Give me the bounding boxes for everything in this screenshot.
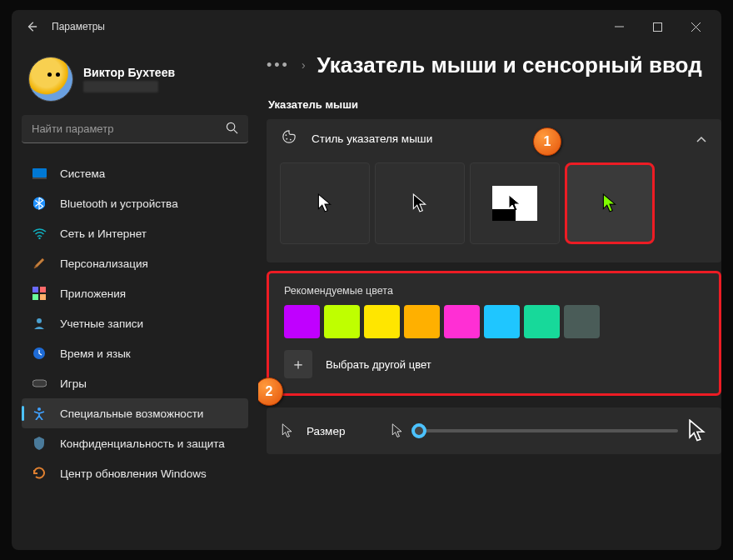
color-swatch[interactable] [364, 305, 400, 338]
svg-rect-6 [32, 287, 38, 292]
pointer-style-title: Стиль указателя мыши [312, 132, 432, 145]
svg-rect-8 [32, 294, 38, 300]
main-content: ••• › Указатель мыши и сенсорный ввод Ук… [258, 43, 721, 550]
accessibility-icon [32, 406, 47, 421]
search-input[interactable] [32, 122, 226, 135]
sidebar-item-accessibility[interactable]: Специальные возможности [22, 398, 248, 428]
sidebar-item-gaming[interactable]: Игры [22, 368, 248, 398]
sidebar: Виктор Бухтеев Система Bluetooth и устро… [12, 43, 258, 550]
sidebar-item-label: Система [60, 168, 105, 180]
svg-rect-0 [653, 22, 661, 31]
sidebar-item-system[interactable]: Система [22, 158, 248, 188]
sidebar-item-accounts[interactable]: Учетные записи [22, 308, 248, 338]
slider-thumb[interactable] [411, 423, 426, 438]
nav-list: Система Bluetooth и устройства Сеть и Ин… [22, 158, 248, 488]
svg-point-16 [290, 139, 292, 141]
breadcrumb: ••• › Указатель мыши и сенсорный ввод [267, 47, 721, 83]
search-box[interactable] [22, 115, 248, 143]
sidebar-item-label: Специальные возможности [60, 408, 203, 420]
color-swatch[interactable] [284, 305, 320, 338]
sidebar-item-label: Персонализация [60, 258, 148, 270]
sidebar-item-personalization[interactable]: Персонализация [22, 248, 248, 278]
color-swatch[interactable] [324, 305, 360, 338]
svg-rect-12 [32, 380, 47, 387]
pointer-style-inverted[interactable] [470, 162, 560, 244]
minimize-icon [615, 22, 624, 32]
svg-point-13 [37, 408, 41, 411]
choose-custom-color[interactable]: ＋ Выбрать другой цвет [284, 350, 704, 378]
close-button[interactable] [676, 13, 715, 40]
pointer-style-card: Стиль указателя мыши [267, 119, 721, 262]
color-swatch[interactable] [564, 305, 600, 338]
brush-icon [32, 256, 47, 271]
sidebar-item-label: Время и язык [60, 348, 131, 360]
sidebar-item-network[interactable]: Сеть и Интернет [22, 218, 248, 248]
custom-color-label: Выбрать другой цвет [326, 358, 431, 371]
pointer-style-header[interactable]: Стиль указателя мыши [267, 119, 721, 158]
window-controls [600, 13, 715, 40]
svg-point-10 [37, 318, 42, 323]
pointer-style-options [267, 158, 721, 262]
sidebar-item-update[interactable]: Центр обновления Windows [22, 458, 248, 488]
apps-icon [32, 286, 47, 301]
sidebar-item-bluetooth[interactable]: Bluetooth и устройства [22, 188, 248, 218]
svg-point-14 [286, 134, 287, 136]
annotation-badge-2: 2 [258, 378, 283, 406]
sidebar-item-label: Приложения [60, 288, 126, 300]
bluetooth-icon [32, 196, 47, 211]
system-icon [32, 166, 47, 181]
recommended-colors-card: Рекомендуемые цвета ＋ Выбрать другой цв [267, 271, 721, 396]
color-swatch[interactable] [404, 305, 440, 338]
sidebar-item-label: Игры [60, 378, 87, 390]
account-icon [32, 316, 47, 331]
wifi-icon [32, 226, 47, 241]
svg-rect-7 [40, 287, 46, 292]
pointer-style-black[interactable] [375, 162, 465, 244]
page-title: Указатель мыши и сенсорный ввод [317, 52, 702, 78]
arrow-left-icon [26, 21, 37, 32]
svg-rect-3 [32, 178, 47, 179]
profile-email [83, 81, 158, 92]
sidebar-item-label: Центр обновления Windows [60, 468, 207, 480]
profile[interactable]: Виктор Бухтеев [22, 53, 248, 115]
sidebar-item-apps[interactable]: Приложения [22, 278, 248, 308]
search-icon [226, 122, 238, 137]
update-icon [32, 466, 47, 481]
pointer-size-row: Размер [267, 408, 721, 454]
annotation-badge-1: 1 [533, 128, 561, 156]
breadcrumb-more[interactable]: ••• [267, 57, 290, 74]
close-icon [691, 22, 701, 32]
svg-point-5 [38, 237, 40, 238]
pointer-style-custom[interactable] [565, 162, 655, 244]
sidebar-item-label: Bluetooth и устройства [60, 198, 178, 210]
size-slider[interactable] [413, 429, 678, 432]
sidebar-item-label: Учетные записи [60, 318, 143, 330]
palette-icon [282, 129, 297, 148]
colors-label: Рекомендуемые цвета [284, 285, 704, 297]
back-button[interactable] [18, 13, 45, 40]
color-swatch[interactable] [444, 305, 480, 338]
sidebar-item-label: Сеть и Интернет [60, 228, 147, 240]
sidebar-item-time[interactable]: Время и язык [22, 338, 248, 368]
sidebar-item-privacy[interactable]: Конфиденциальность и защита [22, 428, 248, 458]
pointer-style-white[interactable] [280, 162, 370, 244]
time-icon [32, 346, 47, 361]
svg-rect-2 [32, 168, 47, 178]
minimize-button[interactable] [600, 13, 638, 40]
cursor-min-icon [391, 423, 403, 438]
svg-point-15 [286, 138, 287, 140]
chevron-up-icon [696, 131, 706, 146]
color-swatch[interactable] [484, 305, 520, 338]
color-swatch[interactable] [524, 305, 560, 338]
maximize-button[interactable] [638, 13, 676, 40]
size-label: Размер [307, 425, 345, 438]
sidebar-item-label: Конфиденциальность и защита [60, 438, 225, 450]
plus-icon: ＋ [284, 350, 312, 378]
svg-rect-9 [40, 294, 46, 300]
color-swatch-row [284, 305, 704, 338]
settings-window: Параметры Виктор Бухтеев Сис [12, 10, 721, 550]
cursor-small-icon [282, 423, 293, 438]
games-icon [32, 376, 47, 391]
window-title: Параметры [52, 21, 105, 32]
profile-name: Виктор Бухтеев [83, 66, 175, 79]
